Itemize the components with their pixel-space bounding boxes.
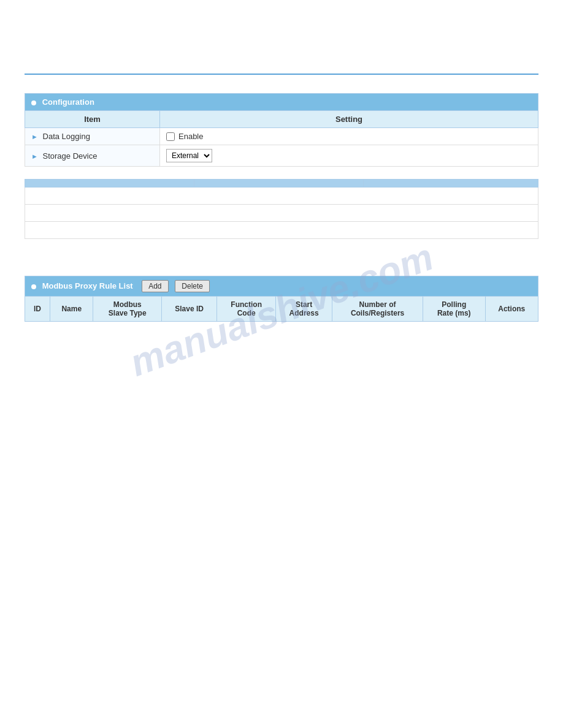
- add-button[interactable]: Add: [142, 280, 168, 292]
- config-title-row: Configuration: [25, 94, 538, 111]
- modbus-col-polling-rate: PollingRate (ms): [423, 297, 485, 322]
- mid-data-row-2: [25, 205, 538, 222]
- config-col-setting: Setting: [160, 111, 538, 128]
- config-title-cell: Configuration: [25, 94, 538, 111]
- modbus-title-label: Modbus Proxy Rule List: [42, 281, 133, 290]
- data-logging-label: Data Logging: [43, 132, 90, 141]
- top-divider: [25, 74, 538, 75]
- enable-label: Enable: [178, 132, 203, 141]
- modbus-col-actions: Actions: [485, 297, 538, 322]
- mid-header-cell-1: [25, 180, 194, 188]
- configuration-table: Configuration Item Setting ► Data Loggin…: [25, 93, 538, 167]
- config-row-storage-device: ► Storage Device External Internal: [25, 145, 538, 167]
- modbus-dot-icon: [31, 284, 36, 289]
- mid-data-cell-2: [25, 205, 538, 222]
- mid-table: [25, 179, 538, 239]
- modbus-col-slave-id: Slave ID: [162, 297, 217, 322]
- config-col-item: Item: [25, 111, 160, 128]
- storage-device-arrow-icon: ►: [31, 153, 38, 160]
- data-logging-item: ► Data Logging: [25, 128, 160, 145]
- mid-header-row: [25, 180, 538, 188]
- mid-header-cell-2: [194, 180, 364, 188]
- configuration-section: Configuration Item Setting ► Data Loggin…: [25, 93, 538, 167]
- modbus-title-cell: Modbus Proxy Rule List Add Delete: [25, 276, 538, 297]
- mid-data-row-1: [25, 188, 538, 205]
- modbus-col-id: ID: [25, 297, 50, 322]
- modbus-col-start-address: StartAddress: [276, 297, 332, 322]
- storage-device-label: Storage Device: [43, 151, 98, 161]
- data-logging-arrow-icon: ►: [31, 133, 38, 140]
- modbus-col-function-code: FunctionCode: [217, 297, 276, 322]
- storage-device-setting: External Internal: [160, 145, 538, 167]
- storage-device-select[interactable]: External Internal: [166, 149, 212, 162]
- enable-checkbox[interactable]: [166, 132, 175, 141]
- modbus-col-name: Name: [50, 297, 93, 322]
- modbus-section: Modbus Proxy Rule List Add Delete ID Nam…: [25, 276, 538, 322]
- modbus-title-row: Modbus Proxy Rule List Add Delete: [25, 276, 538, 297]
- config-dot-icon: [31, 100, 36, 105]
- mid-data-cell-3: [25, 222, 538, 239]
- page-container: manualshive.com Configuration Item Setti…: [0, 74, 563, 728]
- modbus-col-header-row: ID Name ModbusSlave Type Slave ID Functi…: [25, 297, 538, 322]
- config-row-data-logging: ► Data Logging Enable: [25, 128, 538, 145]
- config-col-header-row: Item Setting: [25, 111, 538, 128]
- enable-checkbox-label[interactable]: Enable: [166, 132, 532, 141]
- mid-header-cell-3: [364, 180, 538, 188]
- storage-device-item: ► Storage Device: [25, 145, 160, 167]
- mid-data-row-3: [25, 222, 538, 239]
- mid-data-cell-1: [25, 188, 538, 205]
- modbus-col-slave-type: ModbusSlave Type: [93, 297, 162, 322]
- mid-section: [25, 179, 538, 239]
- modbus-col-coils-registers: Number ofCoils/Registers: [332, 297, 423, 322]
- data-logging-setting: Enable: [160, 128, 538, 145]
- modbus-table: Modbus Proxy Rule List Add Delete ID Nam…: [25, 276, 538, 322]
- delete-button[interactable]: Delete: [175, 280, 210, 292]
- config-title-label: Configuration: [42, 97, 94, 107]
